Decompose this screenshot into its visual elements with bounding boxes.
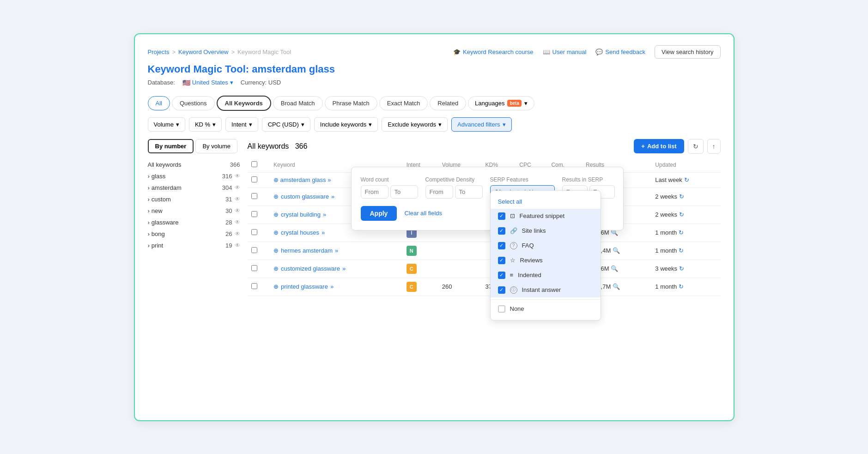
tab-questions[interactable]: Questions <box>172 96 215 110</box>
by-volume-button[interactable]: By volume <box>195 139 237 153</box>
word-count-group: Word count <box>361 176 418 199</box>
tabs-row: All Questions All Keywords Broad Match P… <box>148 96 721 111</box>
row-checkbox[interactable] <box>251 229 257 235</box>
table-row: ⊕ customized glassware » C 1.00 6 116M 🔍… <box>248 260 721 278</box>
serp-item-indented[interactable]: ✓ ≡ Indented <box>491 268 601 283</box>
comp-density-group: Competitive Density <box>425 176 483 199</box>
sidebar-all-keywords: All keywords 366 <box>148 159 240 170</box>
breadcrumb-projects[interactable]: Projects <box>148 48 170 55</box>
breadcrumb: Projects > Keyword Overview > Keyword Ma… <box>148 48 291 55</box>
checkbox-reviews: ✓ <box>498 257 505 264</box>
exclude-filter[interactable]: Exclude keywords ▾ <box>382 117 448 132</box>
tab-broad-match[interactable]: Broad Match <box>273 96 323 110</box>
keyword-link[interactable]: ⊕ hermes amsterdam » <box>273 247 399 254</box>
user-manual-link[interactable]: 📖 User manual <box>543 48 587 55</box>
serp-item-featured-snippet[interactable]: ✓ ⊡ Featured snippet <box>491 209 601 224</box>
apply-button[interactable]: Apply <box>361 206 397 221</box>
row-checkbox[interactable] <box>251 176 257 182</box>
all-keywords-count: All keywords 366 <box>248 142 308 151</box>
tab-all-keywords[interactable]: All Keywords <box>217 96 271 111</box>
checkbox-header[interactable] <box>248 157 270 173</box>
checkbox-none <box>498 305 505 313</box>
content-area: By number By volume All keywords 366 › g… <box>148 139 721 296</box>
sidebar-item-glass[interactable]: › glass 316 👁 <box>148 170 240 182</box>
serp-select-all[interactable]: Select all <box>491 194 601 209</box>
comp-density-to[interactable] <box>455 185 483 199</box>
word-count-from[interactable] <box>361 185 388 199</box>
sidebar-item-print[interactable]: › print 19 👁 <box>148 240 240 251</box>
row-checkbox[interactable] <box>251 193 257 199</box>
export-button[interactable]: ↑ <box>707 139 721 154</box>
intent-filter[interactable]: Intent ▾ <box>225 117 258 132</box>
top-actions: 🎓 Keyword Research course 📖 User manual … <box>453 45 720 59</box>
eye-icon[interactable]: 👁 <box>235 207 240 214</box>
chevron-right-icon: › <box>148 207 150 214</box>
tab-related[interactable]: Related <box>430 96 466 110</box>
keyword-link[interactable]: ⊕ customized glassware » <box>273 265 399 272</box>
eye-icon[interactable]: 👁 <box>235 196 240 202</box>
intent-badge: C <box>407 264 417 274</box>
languages-button[interactable]: Languages beta ▾ <box>468 96 534 110</box>
serp-item-faq[interactable]: ✓ ? FAQ <box>491 238 601 253</box>
row-checkbox[interactable] <box>251 265 257 271</box>
chevron-right-icon: › <box>148 219 150 226</box>
lang-chevron-icon: ▾ <box>524 100 528 107</box>
volume-cell <box>438 242 482 260</box>
tab-exact-match[interactable]: Exact Match <box>379 96 428 110</box>
eye-icon[interactable]: 👁 <box>235 219 240 225</box>
updated-cell: 1 month ↻ <box>651 242 720 260</box>
include-filter[interactable]: Include keywords ▾ <box>314 117 378 132</box>
by-number-button[interactable]: By number <box>148 139 194 153</box>
add-to-list-button[interactable]: + Add to list <box>634 139 684 153</box>
serp-item-site-links[interactable]: ✓ 🔗 Site links <box>491 224 601 238</box>
db-row: Database: 🇺🇸 United States ▾ Currency: U… <box>148 79 721 86</box>
serp-item-instant-answer[interactable]: ✓ ⓘ Instant answer <box>491 283 601 297</box>
updated-header: Updated <box>651 157 720 173</box>
sidebar-item-custom[interactable]: › custom 31 👁 <box>148 194 240 205</box>
volume-filter[interactable]: Volume ▾ <box>148 117 185 132</box>
chevron-right-icon: › <box>148 184 150 191</box>
sidebar-item-glassware[interactable]: › glassware 28 👁 <box>148 217 240 228</box>
kd-filter[interactable]: KD % ▾ <box>189 117 222 132</box>
clear-fields-button[interactable]: Clear all fields <box>401 206 446 220</box>
row-checkbox[interactable] <box>251 283 257 289</box>
top-nav: Projects > Keyword Overview > Keyword Ma… <box>148 45 721 59</box>
updated-cell: 2 weeks ↻ <box>651 206 720 224</box>
sidebar-item-amsterdam[interactable]: › amsterdam 304 👁 <box>148 182 240 194</box>
chevron-right-icon: › <box>148 230 150 237</box>
country-select[interactable]: 🇺🇸 United States ▾ <box>182 79 233 86</box>
tab-phrase-match[interactable]: Phrase Match <box>325 96 377 110</box>
word-count-to[interactable] <box>390 185 418 199</box>
feedback-link[interactable]: 💬 Send feedback <box>595 48 645 55</box>
view-history-button[interactable]: View search history <box>655 45 720 59</box>
keyword-link[interactable]: ⊕ printed glassware » <box>273 283 399 290</box>
row-checkbox[interactable] <box>251 247 257 253</box>
advanced-filter[interactable]: Advanced filters ▾ <box>451 117 512 132</box>
keyword-course-link[interactable]: 🎓 Keyword Research course <box>453 48 533 55</box>
breadcrumb-keyword-overview[interactable]: Keyword Overview <box>178 48 228 55</box>
eye-icon[interactable]: 👁 <box>235 242 240 248</box>
row-checkbox[interactable] <box>251 211 257 217</box>
main-container: Projects > Keyword Overview > Keyword Ma… <box>134 33 734 421</box>
sidebar-item-bong[interactable]: › bong 26 👁 <box>148 228 240 240</box>
action-buttons: + Add to list ↻ ↑ <box>634 139 720 154</box>
select-all-checkbox[interactable] <box>251 161 257 167</box>
course-icon: 🎓 <box>453 48 461 55</box>
comp-density-from[interactable] <box>425 185 453 199</box>
tab-all[interactable]: All <box>148 96 170 110</box>
checkbox-featured: ✓ <box>498 212 505 220</box>
refresh-button[interactable]: ↻ <box>688 139 704 154</box>
serp-item-none[interactable]: None <box>491 302 601 316</box>
updated-cell: 1 month ↻ <box>651 224 720 242</box>
eye-icon[interactable]: 👁 <box>235 230 240 237</box>
eye-icon[interactable]: 👁 <box>235 173 240 179</box>
flag-icon: 🇺🇸 <box>182 79 190 86</box>
comp-density-fields <box>425 185 483 199</box>
cpc-filter[interactable]: CPC (USD) ▾ <box>262 117 310 132</box>
results-serp-label: Results in SERP <box>562 176 615 183</box>
include-chevron-icon: ▾ <box>369 121 372 128</box>
intent-badge: C <box>407 282 417 292</box>
sidebar-item-new[interactable]: › new 30 👁 <box>148 205 240 217</box>
serp-item-reviews[interactable]: ✓ ☆ Reviews <box>491 253 601 268</box>
eye-icon[interactable]: 👁 <box>235 184 240 191</box>
